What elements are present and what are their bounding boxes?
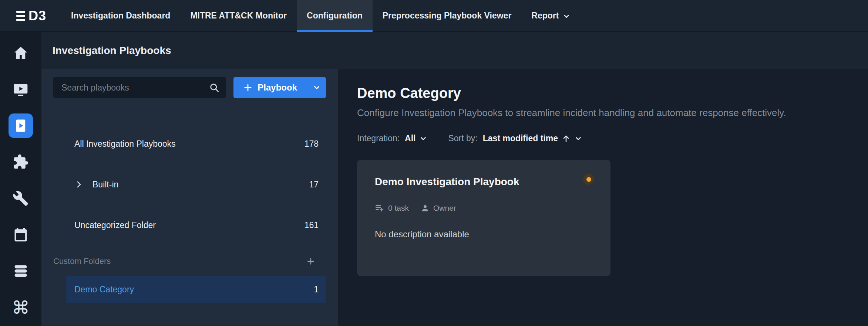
- chevron-down-icon: [419, 135, 427, 143]
- sort-by-value: Last modified time: [483, 133, 558, 143]
- new-playbook-label: Playbook: [258, 82, 297, 93]
- plus-icon: [306, 257, 316, 266]
- new-playbook-split-button: Playbook: [233, 77, 326, 98]
- custom-folders-label: Custom Folders: [53, 257, 111, 266]
- d3-logo[interactable]: D3: [0, 0, 61, 31]
- arrow-up-icon: [562, 134, 571, 143]
- sidebar-data-button[interactable]: [0, 253, 41, 289]
- folder-all-investigation-playbooks[interactable]: All Investigation Playbooks 178: [66, 130, 326, 157]
- folder-label: All Investigation Playbooks: [74, 139, 176, 149]
- sidebar-command-button[interactable]: ⌘: [0, 289, 41, 326]
- add-folder-button[interactable]: [306, 257, 316, 266]
- playbook-card-meta: 0 task Owner: [375, 203, 593, 213]
- nav-report-label: Report: [531, 11, 559, 21]
- category-detail-panel: Demo Category Configure Investigation Pl…: [338, 69, 868, 326]
- folder-uncategorized[interactable]: Uncategorized Folder 161: [66, 211, 326, 239]
- nav-configuration[interactable]: Configuration: [297, 0, 373, 31]
- sidebar-monitor-button[interactable]: [0, 71, 41, 107]
- sidebar-utilities-button[interactable]: [0, 180, 41, 217]
- folder-label: Demo Category: [74, 285, 134, 295]
- icon-sidebar: ⌘: [0, 32, 41, 326]
- search-input[interactable]: [61, 83, 209, 93]
- sort-by-label: Sort by:: [448, 133, 477, 143]
- sidebar-calendar-button[interactable]: [0, 217, 41, 253]
- filter-row: Integration: All Sort by: Last modified …: [357, 133, 846, 143]
- folder-count: 1: [314, 285, 319, 295]
- playbook-card-description: No description available: [375, 229, 593, 240]
- chevron-down-icon: [313, 84, 321, 92]
- integration-filter-label: Integration:: [357, 133, 400, 143]
- sidebar-integrations-button[interactable]: [0, 144, 41, 180]
- task-list-icon: [375, 203, 384, 213]
- page-title: Investigation Playbooks: [53, 45, 171, 57]
- nav-report[interactable]: Report: [521, 0, 581, 31]
- home-icon: [9, 41, 33, 65]
- playbook-card[interactable]: Demo Investigation Playbook 0 task Owner…: [357, 160, 610, 276]
- status-dot-icon: [583, 174, 594, 185]
- new-playbook-dropdown-button[interactable]: [307, 77, 326, 98]
- folder-label: Built-in: [92, 180, 118, 190]
- folder-count: 17: [309, 180, 319, 190]
- integration-filter-select[interactable]: All: [405, 133, 427, 143]
- chevron-down-icon: [574, 135, 582, 143]
- owner: Owner: [421, 204, 456, 213]
- search-box: [53, 77, 226, 98]
- task-count-label: 0 task: [388, 204, 409, 213]
- database-icon: [9, 259, 33, 283]
- playbook-icon: [9, 113, 33, 138]
- page-header: Investigation Playbooks: [41, 32, 868, 69]
- new-playbook-button[interactable]: Playbook: [233, 77, 307, 98]
- nav-preprocessing-playbook-viewer[interactable]: Preprocessing Playbook Viewer: [373, 0, 522, 31]
- top-nav-items: Investigation Dashboard MITRE ATT&CK Mon…: [61, 0, 581, 31]
- folder-count: 178: [305, 139, 319, 149]
- sidebar-playbooks-button[interactable]: [0, 108, 41, 144]
- custom-folders-section: Custom Folders: [53, 252, 326, 271]
- task-count: 0 task: [375, 203, 409, 213]
- integration-filter-value: All: [405, 133, 416, 143]
- person-icon: [421, 204, 430, 213]
- category-title: Demo Category: [357, 85, 846, 101]
- folder-built-in[interactable]: Built-in 17: [66, 171, 326, 198]
- owner-label: Owner: [433, 204, 456, 213]
- folder-list: All Investigation Playbooks 178 Built-in…: [53, 130, 326, 303]
- top-navigation: D3 Investigation Dashboard MITRE ATT&CK …: [0, 0, 868, 32]
- d3-logo-text: D3: [28, 8, 46, 24]
- d3-logo-icon: [16, 11, 25, 21]
- chevron-down-icon: [562, 12, 571, 20]
- command-icon: ⌘: [9, 295, 33, 320]
- chevron-right-icon: [74, 180, 83, 189]
- playbook-browser-panel: Playbook All Investigation Playbooks 178: [41, 69, 338, 326]
- video-monitor-icon: [9, 77, 33, 102]
- sidebar-home-button[interactable]: [0, 35, 41, 71]
- plus-icon: [243, 83, 253, 92]
- folder-label: Uncategorized Folder: [74, 220, 156, 230]
- tools-icon: [9, 186, 33, 211]
- search-icon: [209, 82, 219, 93]
- puzzle-icon: [9, 150, 33, 174]
- folder-demo-category[interactable]: Demo Category 1: [66, 276, 326, 303]
- playbook-card-title: Demo Investigation Playbook: [375, 176, 593, 188]
- nav-investigation-dashboard[interactable]: Investigation Dashboard: [61, 0, 180, 31]
- sort-by-select[interactable]: Last modified time: [483, 133, 582, 143]
- folder-count: 161: [305, 220, 319, 230]
- nav-mitre-attack-monitor[interactable]: MITRE ATT&CK Monitor: [180, 0, 297, 31]
- category-subtitle: Configure Investigation Playbooks to str…: [357, 107, 846, 119]
- calendar-icon: [9, 223, 33, 247]
